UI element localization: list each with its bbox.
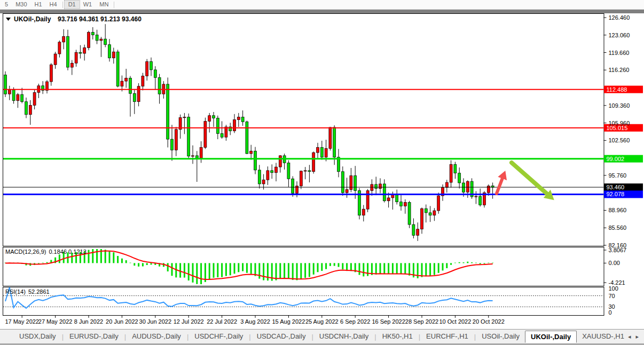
tab-eurusd-daily[interactable]: EURUSD-,Daily <box>64 330 124 343</box>
tab-ukoil-daily[interactable]: UKOil-,Daily <box>525 331 577 343</box>
candle <box>396 195 398 202</box>
candle <box>408 203 411 224</box>
candle <box>221 133 223 137</box>
candle <box>266 171 269 180</box>
candle <box>433 211 436 215</box>
tab-usdcad-daily[interactable]: USDCAD-,Daily <box>252 330 311 343</box>
price-badge-label: 112.488 <box>607 86 627 93</box>
chart-canvas[interactable]: 112.488105.01599.00293.46092.078126.4601… <box>0 13 644 329</box>
tab-nav: ◂ ▸ <box>628 333 644 340</box>
candle <box>462 183 465 192</box>
candle <box>50 65 52 82</box>
tab-xauusd-h1[interactable]: XAUUSD-,H1 <box>577 330 628 343</box>
chart-title-row: UKOil-,Daily93.716 94.361 91.213 93.460 <box>6 15 142 23</box>
candle <box>171 139 174 150</box>
candle <box>121 81 123 86</box>
tab-usdchf-daily[interactable]: USDCHF-,Daily <box>189 330 248 343</box>
toolbar-separator <box>62 2 63 8</box>
window-band <box>0 10 644 13</box>
price-tick-label: 88.960 <box>609 207 627 213</box>
candle <box>91 33 94 35</box>
candle <box>21 94 23 101</box>
candle <box>142 76 144 86</box>
candle <box>354 175 357 190</box>
candle <box>254 151 257 170</box>
candle <box>70 63 73 67</box>
candle <box>8 90 11 94</box>
candle <box>475 196 477 197</box>
candle <box>183 117 186 118</box>
tab-scroll-right-icon[interactable]: ▸ <box>635 333 639 340</box>
timeframe-buttons: 5M30H1H4D1W1MN <box>0 1 116 9</box>
candle <box>116 52 119 86</box>
price-badge-label: 93.460 <box>607 184 625 190</box>
price-tick-label: 109.360 <box>609 102 630 109</box>
tab-usdx-daily[interactable]: USDX,Daily <box>14 330 61 343</box>
candle <box>96 35 98 41</box>
candle <box>25 102 28 115</box>
candle <box>158 77 161 94</box>
candle <box>479 196 482 205</box>
tab-eurchf-h1[interactable]: EURCHF-,H1 <box>421 330 474 343</box>
timeframe-toolbar: 5M30H1H4D1W1MN <box>0 0 644 10</box>
candle <box>125 78 128 81</box>
tab-usoil-daily[interactable]: USOil-,Daily <box>476 330 525 343</box>
candle <box>29 105 32 114</box>
tab-audusd-daily[interactable]: AUDUSD-,Daily <box>127 330 186 343</box>
date-tick-label: 25 Aug 2022 <box>305 318 339 325</box>
price-tick-label: 123.060 <box>609 32 630 38</box>
timeframe-button-m30[interactable]: M30 <box>12 1 30 9</box>
candle <box>375 184 378 189</box>
tab-usdcnh-daily[interactable]: USDCNH-,Daily <box>314 330 374 343</box>
price-tick-label: 102.560 <box>609 137 630 143</box>
tab-scroll-left-icon[interactable]: ◂ <box>628 333 631 340</box>
date-tick-label: 22 Jul 2022 <box>207 318 237 325</box>
tab-hk50-h1[interactable]: HK50-,H1 <box>377 330 418 343</box>
candle <box>412 224 415 235</box>
chart-background <box>0 13 644 329</box>
candle <box>175 130 177 150</box>
timeframe-button-d1[interactable]: D1 <box>65 1 80 9</box>
candle <box>225 127 227 137</box>
timeframe-button-mn[interactable]: MN <box>96 1 112 9</box>
price-tick-label: 119.660 <box>609 50 630 56</box>
candle <box>216 118 219 134</box>
candle <box>329 127 332 149</box>
rsi-scale-label: 100 <box>609 285 618 292</box>
candle <box>350 175 352 189</box>
candle <box>312 153 315 172</box>
toolbar-separator <box>114 2 114 8</box>
candle <box>333 127 336 157</box>
timeframe-button-5[interactable]: 5 <box>1 1 12 9</box>
rsi-scale-label: 70 <box>609 293 615 299</box>
candle <box>192 156 194 156</box>
timeframe-button-h4[interactable]: H4 <box>46 1 61 9</box>
date-tick-label: 30 Jun 2022 <box>139 318 172 325</box>
timeframe-button-h1[interactable]: H1 <box>31 1 46 9</box>
candle <box>33 92 36 105</box>
candle <box>404 203 406 206</box>
candle <box>371 184 373 191</box>
candle <box>454 164 457 173</box>
chart-title: UKOil-,Daily <box>14 15 51 23</box>
rsi-scale-label: 0 <box>609 309 612 316</box>
candle <box>208 116 211 122</box>
candle <box>213 116 215 118</box>
candle <box>275 167 278 173</box>
candle <box>362 209 365 215</box>
candle <box>271 171 273 173</box>
chart-ohlc-values: 93.716 94.361 91.213 93.460 <box>58 15 142 23</box>
timeframe-button-w1[interactable]: W1 <box>80 1 96 9</box>
candle <box>287 163 290 179</box>
candle <box>325 148 327 157</box>
candle <box>429 213 431 215</box>
candle <box>387 198 390 201</box>
candle <box>366 190 369 209</box>
candle <box>304 171 307 171</box>
candle <box>133 93 136 101</box>
candle <box>300 171 302 186</box>
candle <box>79 52 82 53</box>
candle <box>150 62 153 70</box>
candle <box>146 62 148 76</box>
date-tick-label: 27 May 2022 <box>38 318 73 325</box>
